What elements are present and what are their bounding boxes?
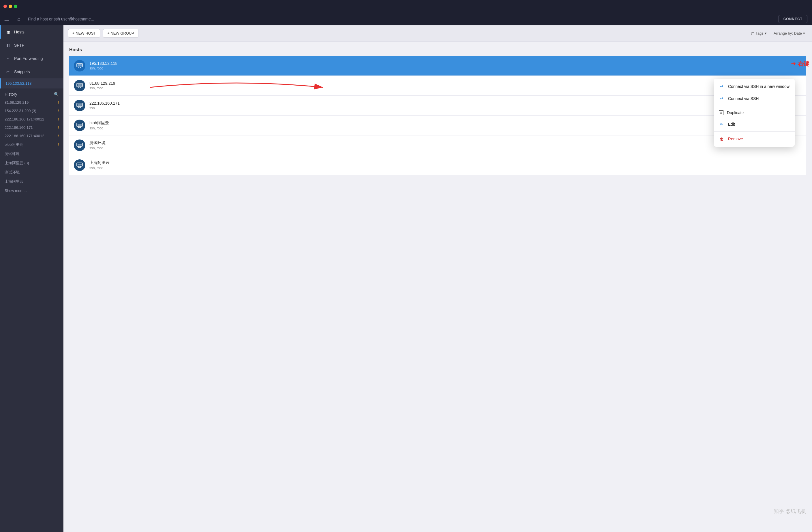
history-item-label-8: 测试环境 [5,170,19,175]
host-avatar-1 [74,80,85,91]
host-avatar-2 [74,100,85,111]
history-item-label-4: 222.186.160.171:40012 [5,134,44,138]
new-group-button[interactable]: + NEW GROUP [103,29,139,38]
connect-ssh-icon: ↵ [719,96,725,101]
history-item-0[interactable]: 81.68.129.219 ! [0,98,63,107]
context-menu-divider-1 [714,106,795,106]
sidebar-item-snippets[interactable]: ✂ Snippets [0,65,63,78]
host-item-2[interactable]: 222.186.160.171 ssh [69,96,806,116]
host-info-3: blob阿里云 ssh, root [89,120,802,130]
host-name-3: blob阿里云 [89,120,802,125]
sftp-icon: ◧ [5,43,11,48]
history-item-4[interactable]: 222.186.160.171:40012 ! [0,132,63,140]
svg-rect-21 [77,144,82,146]
context-menu-edit-label: Edit [728,122,735,127]
history-label: History [5,92,17,97]
host-list: 195.133.52.118 ssh, root ⋯ 81.68.129.219… [69,56,806,175]
sidebar-item-sftp[interactable]: ◧ SFTP [0,39,63,52]
arrange-label: Arrange by: Date [774,31,802,35]
close-dot[interactable] [3,5,7,8]
main-layout: ▦ Hosts ◧ SFTP ↔ Port Forwarding ✂ Snipp… [0,25,812,532]
search-area: Find a host or ssh user@hostname... [25,17,779,21]
tags-chevron-icon: ▾ [765,31,767,35]
context-menu-divider-2 [714,131,795,132]
context-menu-remove-label: Remove [728,137,743,141]
svg-rect-11 [77,104,82,106]
context-menu-remove[interactable]: 🗑 Remove [714,133,795,145]
context-menu-duplicate-label: Duplicate [727,110,744,115]
context-menu-connect-ssh-label: Connect via SSH [728,96,759,101]
section-title: Hosts [69,47,806,53]
history-item-3[interactable]: 222.186.160.171 ! [0,123,63,132]
history-item-label-1: 154.222.31.209 (3) [5,109,36,113]
new-host-button[interactable]: + NEW HOST [68,29,100,38]
host-name-1: 81.68.129.219 [89,81,802,86]
history-item-6[interactable]: 测试环境 [0,149,63,159]
history-section-header: History 🔍 [0,88,63,98]
sidebar-item-port-forwarding[interactable]: ↔ Port Forwarding [0,52,63,65]
sidebar-item-port-label: Port Forwarding [14,56,43,61]
history-item-label-3: 222.186.160.171 [5,125,33,130]
sidebar-item-hosts-label: Hosts [14,30,25,34]
history-item-5[interactable]: blob阿里云 ! [0,140,63,149]
history-item-2[interactable]: 222.186.160.171:40012 ! [0,115,63,123]
host-avatar-3 [74,120,85,131]
arrange-button[interactable]: Arrange by: Date ▾ [771,30,807,36]
svg-rect-16 [77,124,82,125]
content-toolbar: + NEW HOST + NEW GROUP 🏷 Tags ▾ Arrange … [63,25,812,42]
svg-rect-6 [77,84,82,86]
host-item-3[interactable]: blob阿里云 ssh, root [69,116,806,135]
host-sub-0: ssh, root [89,66,788,70]
history-item-label-0: 81.68.129.219 [5,100,29,105]
history-item-7[interactable]: 上海阿里云 (3) [0,159,63,168]
host-more-button-0[interactable]: ⋯ [792,61,802,70]
host-avatar-0 [74,60,85,72]
titlebar [0,0,812,13]
tags-label: Tags [755,31,763,35]
warn-icon-3: ! [58,125,59,130]
history-search-icon[interactable]: 🔍 [54,92,59,97]
tag-icon: 🏷 [751,31,754,35]
content-body: Hosts 195.133.52.118 ssh, root ⋯ [63,42,812,532]
host-info-5: 上海阿里云 ssh, root [89,160,802,170]
history-item-9[interactable]: 上海阿里云 [0,177,63,186]
maximize-dot[interactable] [14,5,17,8]
host-info-1: 81.68.129.219 ssh, root [89,81,802,90]
sidebar-active-host[interactable]: 195.133.52.118 [0,78,63,88]
host-item-0[interactable]: 195.133.52.118 ssh, root ⋯ [69,56,806,76]
host-info-2: 222.186.160.171 ssh [89,101,802,110]
context-menu-connect-new-window-label: Connect via SSH in a new window [728,84,789,89]
remove-icon: 🗑 [719,136,725,142]
sidebar-item-hosts[interactable]: ▦ Hosts [0,25,63,39]
svg-rect-26 [77,164,82,165]
history-item-label-7: 上海阿里云 (3) [5,161,29,166]
context-menu-connect-new-window[interactable]: ↵ Connect via SSH in a new window [714,80,795,92]
snippets-icon: ✂ [5,69,11,74]
tags-button[interactable]: 🏷 Tags ▾ [748,30,769,36]
history-item-label-6: 测试环境 [5,151,19,157]
history-item-8[interactable]: 测试环境 [0,168,63,177]
home-button[interactable]: ⌂ [13,13,25,25]
host-name-0: 195.133.52.118 [89,61,788,66]
host-item-4[interactable]: 测试环境 ssh, root [69,135,806,155]
history-item-label-2: 222.186.160.171:40012 [5,117,44,121]
search-placeholder: Find a host or ssh user@hostname... [28,17,94,21]
connect-button[interactable]: CONNECT [779,15,807,23]
host-item-5[interactable]: 上海阿里云 ssh, root [69,155,806,175]
host-sub-4: ssh, root [89,146,802,150]
host-avatar-4 [74,139,85,151]
context-menu-duplicate[interactable]: ⧉ Duplicate [714,107,795,118]
history-item-1[interactable]: 154.222.31.209 (3) ! [0,107,63,115]
sidebar-item-sftp-label: SFTP [14,43,25,47]
show-more-button[interactable]: Show more... [0,186,63,195]
minimize-dot[interactable] [9,5,12,8]
hamburger-button[interactable]: ☰ [0,13,13,25]
hosts-icon: ▦ [5,29,11,34]
context-menu-edit[interactable]: ✏ Edit [714,118,795,130]
host-info-4: 测试环境 ssh, root [89,141,802,150]
traffic-lights [3,5,17,8]
host-item-1[interactable]: 81.68.129.219 ssh, root [69,76,806,96]
warn-icon-0: ! [58,101,59,105]
toolbar-right: 🏷 Tags ▾ Arrange by: Date ▾ [748,30,807,36]
context-menu-connect-ssh[interactable]: ↵ Connect via SSH [714,92,795,105]
